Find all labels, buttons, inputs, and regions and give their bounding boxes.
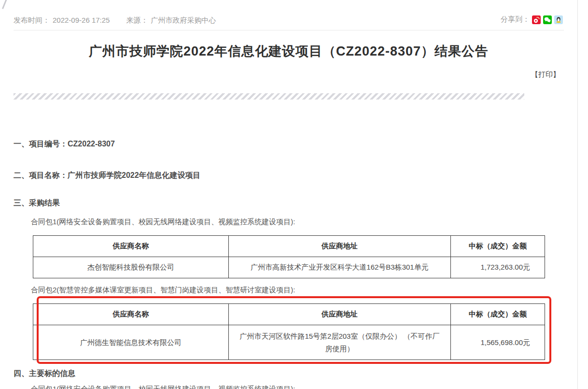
cell-supplier-name: 杰创智能科技股份有限公司	[33, 257, 229, 278]
package1-intro: 合同包1(网络安全设备购置项目、校园无线网络建设项目、视频监控系统建设项目):	[31, 217, 295, 227]
cell-supplier-address: 广州市高新技术产业开发区科学大道162号B3栋301单元	[229, 257, 451, 278]
publish-time-value: 2022-09-26 17:25	[53, 16, 110, 24]
header-supplier-address: 供应商地址	[229, 236, 451, 257]
table-header-row: 供应商名称 供应商地址 中标（成交）金额	[33, 236, 545, 257]
table-header-row: 供应商名称 供应商地址 中标（成交）金额	[33, 304, 545, 325]
section-project-number: 一、项目编号：CZ2022-8307	[14, 139, 115, 149]
cell-award-amount: 1,723,263.00元	[451, 257, 545, 278]
announcement-page: 发布时间：2022-09-26 17:25来源：广州市政府采购中心 分享到： 广…	[0, 0, 588, 389]
page-title: 广州市技师学院2022年信息化建设项目（CZ2022-8307）结果公告	[0, 43, 577, 60]
share-bar: 分享到：	[501, 15, 563, 24]
source-value: 广州市政府采购中心	[151, 16, 216, 24]
publish-time-label: 发布时间：	[14, 16, 50, 24]
table-row: 广州德生智能信息技术有限公司 广州市天河区软件路15号第2层203室（仅限办公）…	[33, 325, 545, 360]
table-row: 杰创智能科技股份有限公司 广州市高新技术产业开发区科学大道162号B3栋301单…	[33, 257, 545, 278]
meta-bar: 发布时间：2022-09-26 17:25来源：广州市政府采购中心	[14, 16, 564, 27]
cell-supplier-name: 广州德生智能信息技术有限公司	[33, 325, 229, 360]
corner-stripe-mark	[2, 0, 7, 9]
share-label: 分享到：	[501, 15, 530, 24]
header-award-amount: 中标（成交）金额	[451, 304, 545, 325]
header-supplier-address: 供应商地址	[229, 304, 451, 325]
meta-divider	[14, 30, 564, 30]
header-award-amount: 中标（成交）金额	[451, 236, 545, 257]
header-supplier-name: 供应商名称	[33, 236, 229, 257]
clipped-bottom-text: 合同包1(网络安全设备购置项目、校园无线网络建设项目、视频监控系统建设项目):	[31, 385, 295, 389]
wechat-icon[interactable]	[543, 15, 552, 24]
source-label: 来源：	[126, 16, 148, 24]
section-procurement-result: 三、采购结果	[14, 198, 60, 208]
header-supplier-name: 供应商名称	[33, 304, 229, 325]
weibo-icon[interactable]	[532, 15, 541, 24]
hatched-divider	[14, 93, 524, 100]
package2-result-table: 供应商名称 供应商地址 中标（成交）金额 广州德生智能信息技术有限公司 广州市天…	[33, 303, 545, 360]
print-button[interactable]: 【打印】	[531, 70, 560, 79]
section-main-subject-info: 四、主要标的信息	[14, 369, 75, 379]
cell-award-amount: 1,565,698.00元	[451, 325, 545, 360]
package2-intro: 合同包2(智慧管控多媒体课室更新项目、智慧门岗建设项目、智慧研讨室建设项目):	[31, 286, 295, 295]
qq-icon[interactable]	[554, 15, 563, 24]
page-right-border	[577, 0, 578, 389]
cell-supplier-address: 广州市天河区软件路15号第2层203室（仅限办公） （不可作厂房使用）	[229, 325, 451, 360]
section-project-name: 二、项目名称：广州市技师学院2022年信息化建设项目	[14, 171, 201, 181]
package1-result-table: 供应商名称 供应商地址 中标（成交）金额 杰创智能科技股份有限公司 广州市高新技…	[33, 235, 545, 278]
